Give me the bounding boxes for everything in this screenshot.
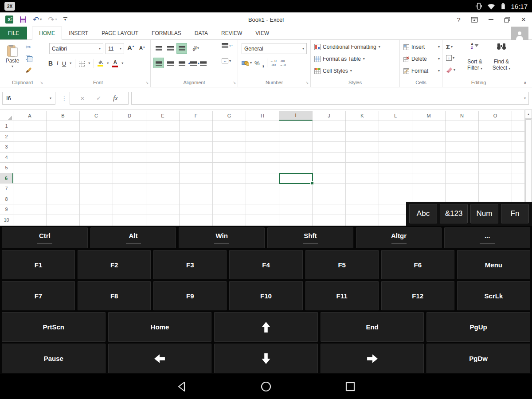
formula-bar-input[interactable]: ▾ (131, 92, 529, 105)
bold-button[interactable]: B (48, 60, 53, 67)
font-dialog-launcher-icon[interactable]: ↘ (145, 81, 149, 85)
align-right-button[interactable] (176, 58, 187, 68)
key-shft[interactable]: Shft (267, 227, 353, 248)
tab-view[interactable]: VIEW (249, 27, 276, 39)
format-painter-button[interactable] (26, 66, 32, 73)
format-cells-button[interactable]: Format▾ (403, 68, 440, 74)
column-header-i[interactable]: I (279, 111, 313, 121)
font-color-button[interactable]: A (112, 60, 118, 67)
redo-button[interactable]: ↷▾ (48, 16, 57, 23)
insert-cells-button[interactable]: Insert▾ (403, 44, 440, 50)
ribbon-display-options-button[interactable] (471, 17, 478, 23)
minimize-button[interactable] (489, 19, 493, 20)
italic-button[interactable]: I (56, 60, 59, 67)
row-header-7[interactable]: 7 (0, 184, 13, 194)
key-f8[interactable]: F8 (78, 281, 151, 310)
tab-file[interactable]: FILE (0, 27, 27, 39)
merge-center-button[interactable]: ↔▾ (222, 59, 231, 63)
key-menu[interactable]: Menu (457, 250, 530, 279)
key-pause[interactable]: Pause (2, 344, 106, 373)
key-arrow-down[interactable] (214, 344, 318, 373)
help-button[interactable]: ? (457, 16, 460, 23)
mode-key-sym-123[interactable]: &123 (440, 204, 468, 223)
row-header-8[interactable]: 8 (0, 194, 13, 205)
orientation-button[interactable]: ab▾ (188, 43, 203, 54)
cut-button[interactable]: ✂ (26, 44, 31, 50)
paste-dropdown-icon[interactable]: ▾ (12, 65, 13, 68)
key-arrow-up[interactable] (214, 312, 318, 342)
row-header-1[interactable]: 1 (0, 121, 13, 132)
column-header-o[interactable]: O (479, 111, 512, 121)
key-ctrl[interactable]: Ctrl (2, 227, 88, 248)
decrease-indent-button[interactable]: ◂ (188, 61, 197, 66)
key-f11[interactable]: F11 (305, 281, 379, 310)
row-header-2[interactable]: 2 (0, 132, 13, 142)
conditional-formatting-button[interactable]: Conditional Formatting▾ (314, 44, 380, 50)
column-header-m[interactable]: M (412, 111, 446, 121)
column-header-f[interactable]: F (180, 111, 213, 121)
key-f2[interactable]: F2 (78, 250, 151, 279)
scroll-up-button[interactable]: ▲ (525, 110, 532, 119)
recents-button[interactable] (344, 380, 356, 393)
copy-button[interactable]: ▾ (26, 55, 33, 60)
expand-formula-bar-icon[interactable]: ▾ (524, 97, 526, 100)
align-center-button[interactable] (165, 58, 176, 68)
key-f3[interactable]: F3 (153, 250, 227, 279)
decrease-font-size-button[interactable]: A▾ (139, 45, 145, 51)
row-header-6[interactable]: 6 (0, 173, 13, 184)
delete-cells-button[interactable]: Delete▾ (403, 56, 440, 62)
key-pgup[interactable]: PgUp (426, 312, 530, 342)
font-size-select[interactable]: 11▾ (106, 43, 124, 54)
row-header-9[interactable]: 9 (0, 204, 13, 215)
column-header-e[interactable]: E (146, 111, 180, 121)
cancel-entry-button[interactable]: × (81, 94, 85, 102)
align-left-button[interactable] (153, 58, 164, 68)
row-header-4[interactable]: 4 (0, 153, 13, 163)
bottom-align-button[interactable] (176, 43, 187, 54)
key-alt[interactable]: Alt (90, 227, 176, 248)
tab-insert[interactable]: INSERT (62, 27, 95, 39)
font-family-select[interactable]: Calibri▾ (49, 43, 103, 54)
key-f12[interactable]: F12 (381, 281, 454, 310)
key-end[interactable]: End (321, 312, 424, 342)
mode-key-num[interactable]: Num (470, 204, 498, 223)
mode-key-abc[interactable]: Abc (409, 204, 437, 223)
key-pgdw[interactable]: PgDw (426, 344, 530, 373)
accounting-format-button[interactable]: ▾ (242, 60, 252, 66)
column-header-c[interactable]: C (80, 111, 113, 121)
column-header-n[interactable]: N (446, 111, 479, 121)
key-more[interactable]: ... (444, 227, 530, 248)
column-header-l[interactable]: L (379, 111, 412, 121)
insert-function-button[interactable]: fx (113, 95, 117, 102)
borders-button[interactable] (79, 61, 85, 66)
tab-data[interactable]: DATA (188, 27, 215, 39)
sort-filter-button[interactable]: AZ Sort & Filter ▾ (462, 43, 488, 78)
key-arrow-left[interactable] (108, 344, 212, 373)
key-prtscn[interactable]: PrtScn (2, 312, 106, 342)
underline-button[interactable]: U (62, 60, 66, 67)
increase-indent-button[interactable]: ▸ (198, 61, 207, 66)
key-f7[interactable]: F7 (2, 281, 75, 310)
format-as-table-button[interactable]: Format as Table▾ (314, 56, 365, 62)
comma-style-button[interactable]: , (262, 63, 264, 66)
column-header-b[interactable]: B (47, 111, 80, 121)
key-f6[interactable]: F6 (381, 250, 454, 279)
number-format-select[interactable]: General▾ (242, 43, 307, 54)
key-altgr[interactable]: Altgr (356, 227, 442, 248)
tab-page-layout[interactable]: PAGE LAYOUT (95, 27, 145, 39)
key-f9[interactable]: F9 (153, 281, 227, 310)
close-button[interactable]: × (521, 15, 526, 24)
restore-button[interactable] (504, 17, 510, 23)
key-f5[interactable]: F5 (305, 250, 379, 279)
column-header-d[interactable]: D (113, 111, 146, 121)
column-header-h[interactable]: H (246, 111, 279, 121)
font-color-dropdown-icon[interactable]: ▾ (121, 62, 123, 65)
column-header-g[interactable]: G (213, 111, 246, 121)
decrease-decimal-button[interactable]: .00→.0 (279, 59, 286, 67)
increase-decimal-button[interactable]: ←.0.00 (270, 59, 277, 67)
undo-dropdown-icon[interactable]: ▾ (40, 18, 42, 21)
back-button[interactable] (176, 380, 188, 393)
increase-font-size-button[interactable]: A▴ (127, 44, 134, 51)
name-box-dropdown-icon[interactable]: ▾ (50, 97, 51, 100)
key-f4[interactable]: F4 (229, 250, 302, 279)
